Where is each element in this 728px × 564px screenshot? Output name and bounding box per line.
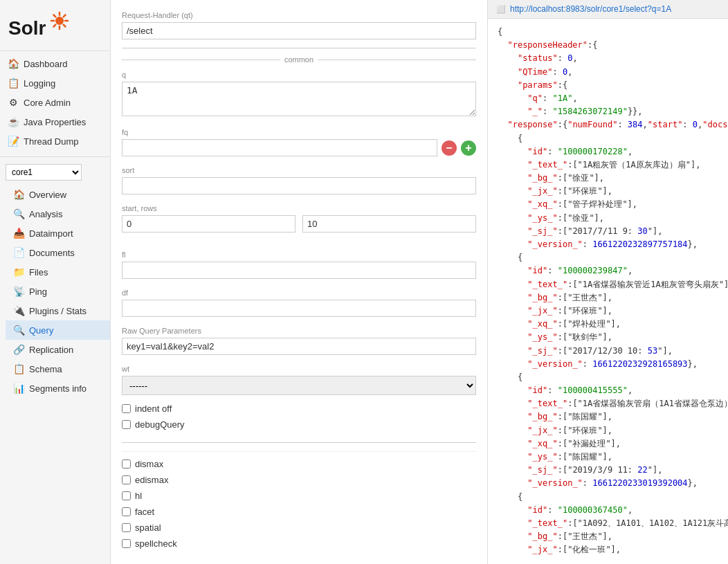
- edismax-label[interactable]: edismax: [135, 475, 168, 485]
- facet-checkbox[interactable]: [122, 507, 131, 516]
- indent-label[interactable]: indent off: [135, 403, 172, 414]
- files-label: Files: [29, 267, 48, 278]
- result-url: http://localhost:8983/solr/core1/select?…: [510, 4, 671, 14]
- fq-row: − +: [122, 139, 476, 156]
- fl-label: fl: [122, 249, 476, 260]
- core-select[interactable]: core1: [6, 164, 82, 181]
- url-icon: ⬜: [496, 5, 506, 14]
- debug-query-label[interactable]: debugQuery: [135, 419, 185, 430]
- common-label: common: [122, 55, 476, 64]
- q-input[interactable]: [122, 82, 476, 116]
- schema-label: Schema: [29, 364, 62, 374]
- svg-line-9: [54, 25, 56, 27]
- sidebar-item-plugins-stats[interactable]: 🔌 Plugins / Stats: [6, 301, 110, 320]
- debug-query-group: debugQuery: [122, 419, 476, 430]
- analysis-icon: 🔍: [12, 208, 25, 219]
- indent-group: indent off: [122, 403, 476, 414]
- hl-checkbox[interactable]: [122, 491, 131, 500]
- java-properties-label: Java Properties: [24, 117, 86, 127]
- dashboard-label: Dashboard: [24, 59, 68, 69]
- main-content: Request-Handler (qt) common q: [111, 0, 728, 564]
- spellcheck-checkbox[interactable]: [122, 539, 131, 548]
- sidebar-item-thread-dump[interactable]: 📝 Thread Dump: [0, 131, 110, 151]
- result-content: { "responseHeader":{ "status": 0, "QTime…: [488, 19, 728, 564]
- fq-remove-button[interactable]: −: [442, 140, 457, 156]
- segments-label: Segments info: [29, 383, 87, 394]
- svg-line-7: [64, 25, 66, 27]
- handler-label: Request-Handler (qt): [122, 10, 476, 20]
- sidebar-item-java-properties[interactable]: ☕ Java Properties: [0, 112, 110, 131]
- sidebar-item-logging[interactable]: 📋 Logging: [0, 73, 110, 93]
- core-admin-label: Core Admin: [24, 98, 71, 108]
- spellcheck-group: spellcheck: [122, 538, 476, 549]
- section-checkboxes: dismax edismax hl facet spatial: [122, 451, 476, 561]
- plugins-icon: 🔌: [12, 305, 25, 316]
- edismax-group: edismax: [122, 475, 476, 485]
- spellcheck-label[interactable]: spellcheck: [135, 538, 177, 549]
- wt-label: wt: [122, 363, 476, 374]
- fl-input[interactable]: [122, 262, 476, 279]
- logging-icon: 📋: [7, 78, 19, 89]
- fq-add-button[interactable]: +: [461, 140, 476, 156]
- start-rows-row: [122, 215, 476, 241]
- df-label: df: [122, 287, 476, 298]
- start-rows-group: start, rows: [122, 203, 476, 241]
- svg-line-6: [54, 15, 56, 17]
- sidebar-item-dashboard[interactable]: 🏠 Dashboard: [0, 54, 110, 73]
- raw-query-input[interactable]: [122, 338, 476, 355]
- sidebar-item-replication[interactable]: 🔗 Replication: [6, 340, 110, 359]
- start-input[interactable]: [122, 215, 295, 233]
- sort-input[interactable]: [122, 177, 476, 194]
- sidebar-item-query[interactable]: 🔍 Query: [6, 320, 110, 340]
- logging-label: Logging: [24, 78, 55, 89]
- sidebar-item-schema[interactable]: 📋 Schema: [6, 359, 110, 379]
- df-input[interactable]: [122, 300, 476, 317]
- dataimport-icon: 📥: [12, 228, 25, 239]
- dismax-group: dismax: [122, 459, 476, 469]
- raw-query-label: Raw Query Parameters: [122, 325, 476, 336]
- thread-dump-label: Thread Dump: [24, 136, 78, 147]
- files-icon: 📁: [12, 266, 25, 278]
- overview-label: Overview: [29, 190, 66, 200]
- query-icon: 🔍: [12, 325, 25, 336]
- overview-icon: 🏠: [12, 189, 25, 200]
- schema-icon: 📋: [12, 363, 25, 374]
- core-selector[interactable]: core1: [6, 164, 104, 181]
- rows-group: [302, 215, 476, 233]
- segments-icon: 📊: [12, 383, 25, 394]
- result-panel: ⬜ http://localhost:8983/solr/core1/selec…: [488, 0, 728, 564]
- dismax-checkbox[interactable]: [122, 460, 131, 469]
- spatial-checkbox[interactable]: [122, 523, 131, 532]
- sidebar-item-segments-info[interactable]: 📊 Segments info: [6, 379, 110, 398]
- svg-line-8: [64, 15, 66, 17]
- query-label: Query: [29, 325, 53, 336]
- sidebar-item-overview[interactable]: 🏠 Overview: [6, 185, 110, 204]
- indent-checkbox[interactable]: [122, 404, 131, 413]
- dataimport-label: Dataimport: [29, 228, 73, 239]
- facet-label[interactable]: facet: [135, 507, 154, 517]
- ping-icon: 📡: [12, 286, 25, 297]
- content-area: Request-Handler (qt) common q: [111, 0, 728, 564]
- raw-query-group: Raw Query Parameters: [122, 325, 476, 355]
- sidebar: Solr 🏠 Dashboard 📋 Loggi: [0, 0, 111, 564]
- edismax-checkbox[interactable]: [122, 475, 131, 484]
- fq-label: fq: [122, 127, 476, 137]
- debug-query-checkbox[interactable]: [122, 420, 131, 429]
- sidebar-item-analysis[interactable]: 🔍 Analysis: [6, 204, 110, 224]
- wt-select[interactable]: ------ json xml csv python ruby javabin …: [122, 376, 476, 395]
- core-sub-nav: 🏠 Overview 🔍 Analysis 📥 Dataimport 📄 Doc…: [0, 185, 110, 398]
- sidebar-item-core-admin[interactable]: ⚙ Core Admin: [0, 93, 110, 112]
- dismax-label[interactable]: dismax: [135, 459, 163, 469]
- fq-group: fq − +: [122, 127, 476, 156]
- plugins-label: Plugins / Stats: [29, 306, 87, 316]
- start-group: [122, 215, 295, 233]
- sidebar-item-files[interactable]: 📁 Files: [6, 262, 110, 282]
- spatial-label[interactable]: spatial: [135, 522, 161, 533]
- sidebar-item-ping[interactable]: 📡 Ping: [6, 282, 110, 301]
- hl-label[interactable]: hl: [135, 491, 142, 501]
- handler-input[interactable]: [122, 22, 476, 39]
- sidebar-item-documents[interactable]: 📄 Documents: [6, 243, 110, 262]
- sidebar-item-dataimport[interactable]: 📥 Dataimport: [6, 224, 110, 243]
- fq-input[interactable]: [122, 139, 437, 156]
- rows-input[interactable]: [302, 215, 476, 233]
